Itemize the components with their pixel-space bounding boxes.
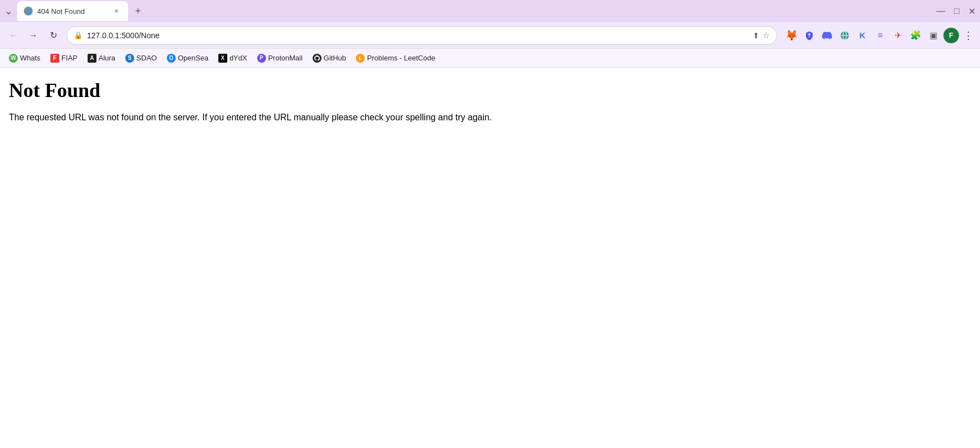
tab-title: 404 Not Found xyxy=(37,7,107,16)
browser-toolbar: ← → ↻ 🔒 127.0.0.1:5000/None ⬆ ☆ 🦊 xyxy=(0,22,980,49)
address-bar[interactable]: 🔒 127.0.0.1:5000/None ⬆ ☆ xyxy=(67,26,777,45)
bookmark-leetcode[interactable]: L Problems - LeetCode xyxy=(351,52,440,64)
extension4[interactable] xyxy=(837,28,853,43)
whats-bookmark-label: Whats xyxy=(20,54,40,62)
bookmark-whats[interactable]: W Whats xyxy=(4,52,45,64)
sdao-bookmark-icon: S xyxy=(125,54,134,63)
fiap-bookmark-icon: F xyxy=(50,54,59,63)
extensions-area: 🦊 K ≡ ✈ 🧩 ▣ xyxy=(784,28,941,43)
opensea-bookmark-label: OpenSea xyxy=(178,54,208,62)
bookmark-github[interactable]: GitHub xyxy=(308,52,350,64)
extension7-plane[interactable]: ✈ xyxy=(890,28,906,43)
page-description: The requested URL was not found on the s… xyxy=(9,111,971,124)
github-bookmark-label: GitHub xyxy=(324,54,346,62)
chevron-down-icon[interactable]: ⌄ xyxy=(4,5,13,17)
forward-button[interactable]: → xyxy=(24,27,42,44)
browser-tab[interactable]: 🌐 404 Not Found × xyxy=(17,1,128,21)
close-window-button[interactable]: ✕ xyxy=(968,6,976,17)
titlebar-left: ⌄ 🌐 404 Not Found × + xyxy=(4,1,146,21)
bookmark-opensea[interactable]: O OpenSea xyxy=(162,52,213,64)
leetcode-bookmark-icon: L xyxy=(356,54,365,63)
maximize-button[interactable]: □ xyxy=(954,6,959,16)
reload-button[interactable]: ↻ xyxy=(44,27,62,44)
protonmail-bookmark-label: ProtonMail xyxy=(268,54,303,62)
whats-bookmark-icon: W xyxy=(9,54,18,63)
security-icon: 🔒 xyxy=(74,31,83,39)
alura-bookmark-label: Alura xyxy=(99,54,115,62)
titlebar: ⌄ 🌐 404 Not Found × + — □ ✕ xyxy=(0,0,980,22)
bookmarks-bar: W Whats F FIAP A Alura S SDAO O OpenSea … xyxy=(0,49,980,68)
tab-close-button[interactable]: × xyxy=(111,6,121,16)
metamask-extension[interactable]: 🦊 xyxy=(784,28,799,43)
sidebar-toggle-button[interactable]: ▣ xyxy=(926,28,941,43)
profile-button[interactable]: F xyxy=(943,28,959,43)
leetcode-bookmark-label: Problems - LeetCode xyxy=(367,54,435,62)
url-display: 127.0.0.1:5000/None xyxy=(87,31,748,40)
brave-shield-extension[interactable] xyxy=(802,28,817,43)
page-heading: Not Found xyxy=(9,79,971,102)
extension6-lines[interactable]: ≡ xyxy=(872,28,888,43)
window-controls: — □ ✕ xyxy=(936,6,976,17)
bookmark-protonmail[interactable]: P ProtonMail xyxy=(253,52,307,64)
page-content: Not Found The requested URL was not foun… xyxy=(0,68,980,448)
browser-menu-button[interactable]: ⋮ xyxy=(961,27,976,44)
bookmark-dydx[interactable]: X dYdX xyxy=(214,52,252,64)
fiap-bookmark-label: FIAP xyxy=(62,54,78,62)
discord-extension[interactable] xyxy=(819,28,835,43)
bookmark-sdao[interactable]: S SDAO xyxy=(121,52,161,64)
address-bar-actions: ⬆ ☆ xyxy=(753,31,770,40)
tab-favicon: 🌐 xyxy=(24,7,33,16)
puzzle-extension[interactable]: 🧩 xyxy=(908,28,923,43)
back-button[interactable]: ← xyxy=(4,27,22,44)
alura-bookmark-icon: A xyxy=(88,54,96,63)
bookmark-fiap[interactable]: F FIAP xyxy=(46,52,82,64)
new-tab-button[interactable]: + xyxy=(130,3,146,19)
extension5-k[interactable]: K xyxy=(855,28,870,43)
bookmark-alura[interactable]: A Alura xyxy=(83,52,120,64)
protonmail-bookmark-icon: P xyxy=(257,54,266,63)
opensea-bookmark-icon: O xyxy=(167,54,176,63)
github-bookmark-icon xyxy=(313,54,321,63)
share-icon[interactable]: ⬆ xyxy=(753,31,759,40)
bookmark-star-icon[interactable]: ☆ xyxy=(763,31,770,40)
sdao-bookmark-label: SDAO xyxy=(136,54,157,62)
dydx-bookmark-label: dYdX xyxy=(229,54,247,62)
minimize-button[interactable]: — xyxy=(936,6,945,16)
dydx-bookmark-icon: X xyxy=(218,54,227,63)
